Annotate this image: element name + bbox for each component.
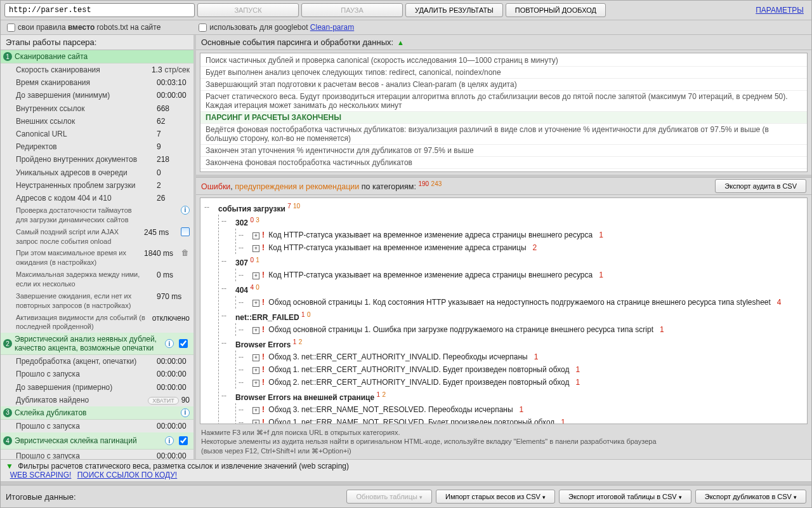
stat-row: Скорость сканирования 1.3стр/сек	[1, 64, 193, 76]
screen-icon[interactable]	[181, 227, 190, 236]
own-rules-checkbox[interactable]: свои правила вместо robots.txt на сайте	[7, 23, 160, 32]
stat-row: Уникальных адресов в очереди 0	[1, 166, 193, 179]
tree-category[interactable]: Browser Errors 1 2 +! Обход 3. net::ERR_…	[233, 337, 803, 389]
stat-row: Прошло с запуска 00:00:00	[1, 420, 193, 432]
stat-row: Адресов с кодом 404 и 410 26	[1, 192, 193, 204]
tree-leaf[interactable]: +! Код HTTP-статуса указывает на временн…	[250, 241, 803, 254]
stat-row: Максимальная задержка между ними, если и…	[1, 269, 193, 290]
warning-icon: !	[262, 243, 265, 252]
stage-toggle[interactable]	[179, 436, 188, 445]
stat-row: До завершения (примерно) 00:00:00	[1, 381, 193, 394]
tree-leaf[interactable]: +! Обход основной страницы 1. Ошибка при…	[250, 323, 803, 336]
tree-root[interactable]: события загрузки 7 10 302 0 3 +! Код HTT…	[216, 201, 803, 424]
stat-row: Неустраненных проблем загрузки 2	[1, 179, 193, 192]
warning-icon: !	[262, 271, 265, 279]
chevron-down-icon: ▾	[419, 494, 422, 500]
export-dup-button[interactable]: Экспорт дубликатов в CSV ▾	[695, 490, 806, 504]
stat-row: Время сканирования 00:03:10	[1, 76, 193, 89]
info-icon[interactable]: i	[181, 206, 190, 215]
stage-title[interactable]: 1 Сканирование сайта	[1, 50, 193, 64]
web-scraping-link[interactable]: WEB SCRAPING!	[10, 471, 72, 479]
tree-leaf[interactable]: +! Обход основной страницы 1. Код состоя…	[250, 296, 803, 309]
params-link[interactable]: ПАРАМЕТРЫ	[756, 6, 804, 15]
log-line: Расчет статического веса. Будут производ…	[200, 91, 807, 112]
stage-title[interactable]: 3 Склейка дубликатовi	[1, 406, 193, 420]
options-row: свои правила вместо robots.txt на сайте …	[1, 20, 811, 35]
stat-row: Предобработка (акцент, опечатки) 00:00:0…	[1, 355, 193, 368]
run-button[interactable]: ЗАПУСК	[197, 3, 299, 17]
expand-icon[interactable]: +	[252, 272, 259, 279]
pause-button[interactable]: ПАУЗА	[301, 3, 403, 17]
triangle-down-icon[interactable]: ▼	[6, 462, 13, 471]
link-search-link[interactable]: ПОИСК ССЫЛОК ПО КОДУ!	[77, 471, 178, 479]
audit-header: Ошибки, предупреждения и рекомендации по…	[196, 177, 811, 195]
stage-title[interactable]: 2 Эвристический анализ неявных дублей, к…	[1, 333, 193, 355]
tree-category[interactable]: Browser Errors на внешней странице 1 2 +…	[233, 389, 803, 424]
chevron-down-icon: ▾	[542, 494, 546, 500]
tree-leaf[interactable]: +! Код HTTP-статуса указывает на временн…	[250, 269, 803, 281]
info-icon[interactable]: i	[165, 339, 174, 348]
stage-title[interactable]: 4 Эвристическая склейка пагинацийi	[1, 432, 193, 450]
expand-icon[interactable]: +	[252, 354, 259, 361]
stat-row: Canonical URL 7	[1, 128, 193, 140]
warning-icon: !	[262, 365, 265, 374]
stat-row: Внутренних ссылок 668	[1, 102, 193, 115]
stat-row: Проверка достаточности таймаутов для заг…	[1, 204, 193, 226]
tree-leaf[interactable]: +! Обход 2. net::ERR_CERT_AUTHORITY_INVA…	[250, 376, 803, 389]
log-line: Закончен этап уточнения % идентичности д…	[200, 145, 807, 157]
googlebot-checkbox[interactable]: использовать для googlebot Clean-param	[199, 23, 354, 32]
tree-category[interactable]: 302 0 3 +! Код HTTP-статуса указывает на…	[233, 215, 803, 255]
stage-number-icon: 2	[3, 339, 12, 348]
stat-row: При этом максимальное время их ожидания …	[1, 247, 193, 269]
audit-box[interactable]: события загрузки 7 10 302 0 3 +! Код HTT…	[200, 197, 808, 424]
left-panel-header: Этапы работы парсера:	[1, 35, 193, 50]
stat-row: Завершение ожидания, если нет их повторн…	[1, 290, 193, 312]
tree-category[interactable]: 404 4 0 +! Обход основной страницы 1. Ко…	[233, 282, 803, 309]
stat-row: Дубликатов найдено ХВАТИТ90	[1, 394, 193, 406]
refresh-tables-button[interactable]: Обновить таблицы ▾	[346, 490, 432, 504]
expand-icon[interactable]: +	[252, 232, 259, 239]
stop-pill[interactable]: ХВАТИТ	[148, 397, 178, 404]
export-audit-button[interactable]: Экспорт аудита в CSV	[715, 179, 806, 193]
stage-number-icon: 4	[3, 436, 12, 445]
info-icon[interactable]: i	[181, 408, 190, 417]
warning-icon: !	[262, 352, 265, 361]
expand-icon[interactable]: +	[252, 327, 259, 334]
warning-icon: !	[262, 378, 265, 387]
tree-category[interactable]: 307 0 1 +! Код HTTP-статуса указывает на…	[233, 255, 803, 282]
stat-row: Прошло с запуска 00:00:00	[1, 450, 193, 459]
stat-row: Редиректов 9	[1, 140, 193, 153]
warning-icon: !	[262, 231, 265, 239]
expand-icon[interactable]: +	[252, 367, 259, 374]
expand-icon[interactable]: +	[252, 300, 259, 307]
tree-leaf[interactable]: +! Обход 3. net::ERR_NAME_NOT_RESOLVED. …	[250, 403, 803, 416]
stage-toggle[interactable]	[179, 339, 188, 348]
info-icon[interactable]: i	[165, 436, 174, 445]
right-panel: Основные события парсинга и обработки да…	[196, 35, 811, 459]
clean-param-link[interactable]: Clean-param	[310, 23, 354, 32]
expand-icon[interactable]: +	[252, 245, 259, 252]
url-input[interactable]	[4, 3, 195, 17]
expand-icon[interactable]: +	[252, 380, 259, 387]
stage-number-icon: 1	[3, 52, 12, 61]
warning-icon: !	[262, 298, 265, 307]
app-root: ЗАПУСК ПАУЗА УДАЛИТЬ РЕЗУЛЬТАТЫ ПОВТОРНЫ…	[0, 0, 812, 508]
import-weights-button[interactable]: Импорт старых весов из CSV ▾	[436, 490, 555, 504]
filter-strip: ▼ Фильтры расчетов статического веса, ра…	[1, 459, 811, 482]
log-line: Ведётся фоновая постобработка частичных …	[200, 124, 807, 145]
log-box[interactable]: Поиск частичных дублей и проверка canoni…	[200, 53, 808, 172]
chevron-down-icon: ▾	[794, 494, 797, 500]
stat-row: Внешних ссылок 62	[1, 115, 193, 128]
tree-leaf[interactable]: +! Код HTTP-статуса указывает на временн…	[250, 229, 803, 241]
tree-leaf[interactable]: +! Обход 1. net::ERR_CERT_AUTHORITY_INVA…	[250, 363, 803, 376]
trash-icon[interactable]: 🗑	[181, 248, 190, 257]
tree-category[interactable]: net::ERR_FAILED 1 0 +! Обход основной ст…	[233, 309, 803, 337]
recrawl-button[interactable]: ПОВТОРНЫЙ ДООБХОД	[506, 3, 606, 17]
expand-icon[interactable]: +	[252, 420, 259, 424]
export-final-button[interactable]: Экспорт итоговой таблицы в CSV ▾	[559, 490, 691, 504]
expand-icon[interactable]: +	[252, 407, 259, 414]
delete-results-button[interactable]: УДАЛИТЬ РЕЗУЛЬТАТЫ	[405, 3, 503, 17]
tree-leaf[interactable]: +! Обход 3. net::ERR_CERT_AUTHORITY_INVA…	[250, 351, 803, 363]
warning-icon: !	[262, 325, 265, 334]
tree-leaf[interactable]: +! Обход 1. net::ERR_NAME_NOT_RESOLVED. …	[250, 416, 803, 424]
